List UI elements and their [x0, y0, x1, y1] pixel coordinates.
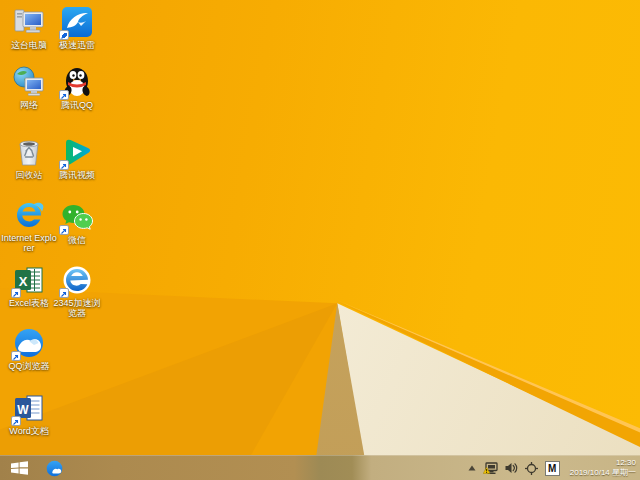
desktop-icon-wechat[interactable]: 微信 — [49, 200, 105, 245]
tray-time: 12:30 — [570, 458, 636, 468]
tencent-qq-icon — [60, 65, 94, 99]
excel-icon: X — [12, 263, 46, 297]
internet-explorer-icon — [12, 198, 46, 232]
network-icon — [12, 65, 46, 99]
start-button[interactable] — [6, 456, 32, 480]
svg-text:W: W — [17, 403, 29, 417]
taskbar-pinned-qq-browser[interactable] — [41, 456, 67, 480]
recycle-bin-icon — [12, 135, 46, 169]
windows-start-icon — [11, 461, 28, 475]
desktop-icon-label: 腾讯视频 — [49, 170, 105, 180]
desktop-icon-label: 2345加速浏览器 — [49, 298, 105, 318]
tencent-video-icon — [60, 135, 94, 169]
desktop-icon-tencent-video[interactable]: 腾讯视频 — [49, 135, 105, 180]
word-icon: W — [12, 391, 46, 425]
shortcut-arrow-icon — [59, 90, 69, 100]
qq-browser-icon — [12, 326, 46, 360]
xunlei-icon — [60, 5, 94, 39]
desktop-icon-label: 腾讯QQ — [49, 100, 105, 110]
this-pc-icon — [12, 5, 46, 39]
desktop-icon-qq-browser[interactable]: QQ浏览器 — [1, 326, 57, 371]
network-warning-icon[interactable] — [483, 462, 498, 475]
desktop-icon-tencent-qq[interactable]: 腾讯QQ — [49, 65, 105, 110]
shortcut-arrow-icon — [59, 288, 69, 298]
desktop-icon-2345-browser[interactable]: 2345加速浏览器 — [49, 263, 105, 318]
svg-text:X: X — [19, 274, 28, 289]
desktop-icon-label: 极速迅雷 — [49, 40, 105, 50]
shortcut-arrow-icon — [11, 351, 21, 361]
shortcut-arrow-icon — [59, 225, 69, 235]
desktop-icon-label: Word文档 — [1, 426, 57, 436]
desktop-icon-label: QQ浏览器 — [1, 361, 57, 371]
windows81-desktop: { "desktop": { "icons": [ {"name": "this… — [0, 0, 640, 480]
shortcut-arrow-icon — [11, 416, 21, 426]
desktop-icon-label: 微信 — [49, 235, 105, 245]
shortcut-arrow-icon — [59, 30, 69, 40]
tray-clock[interactable]: 12:30 2019/10/14 星期一 — [570, 458, 638, 478]
wechat-icon — [60, 200, 94, 234]
system-tray: M 12:30 2019/10/14 星期一 — [468, 456, 638, 480]
shortcut-arrow-icon — [59, 160, 69, 170]
taskbar: M 12:30 2019/10/14 星期一 — [0, 455, 640, 480]
desktop-icon-word[interactable]: W Word文档 — [1, 391, 57, 436]
qq-browser-taskbar-icon — [45, 459, 64, 478]
desktop-icon-xunlei[interactable]: 极速迅雷 — [49, 5, 105, 50]
ime-indicator[interactable]: M — [545, 461, 560, 476]
browser-2345-icon — [60, 263, 94, 297]
tray-date: 2019/10/14 星期一 — [570, 468, 636, 478]
shortcut-arrow-icon — [11, 288, 21, 298]
volume-icon[interactable] — [505, 462, 518, 474]
hidden-icons-chevron-icon[interactable] — [468, 465, 476, 471]
crosshair-icon[interactable] — [525, 462, 538, 475]
